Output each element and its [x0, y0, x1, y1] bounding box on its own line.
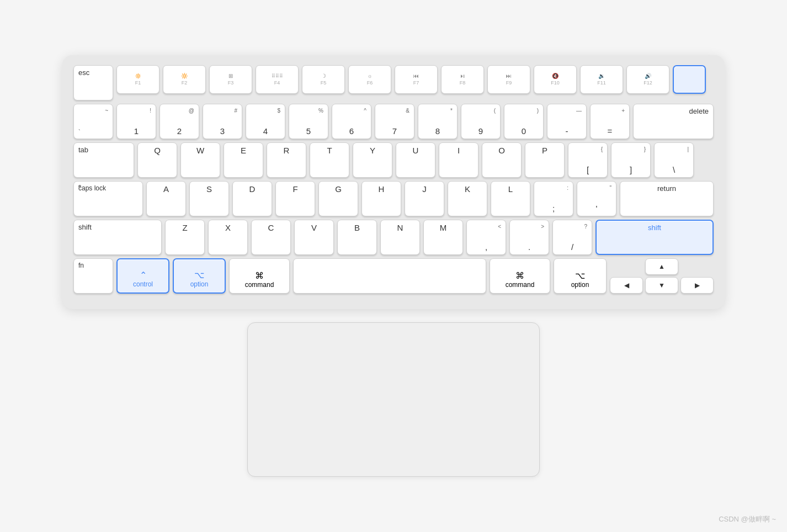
- key-return[interactable]: return: [620, 181, 714, 216]
- key-x[interactable]: X: [208, 220, 248, 255]
- key-shift-right[interactable]: shift: [595, 220, 714, 255]
- key-g[interactable]: G: [318, 181, 358, 216]
- key-f11[interactable]: 🔉 F11: [580, 65, 623, 94]
- key-l[interactable]: L: [491, 181, 530, 216]
- key-r[interactable]: R: [267, 142, 306, 178]
- keyboard: esc 🔅 F1 🔆 F2 ⊞ F3 ⠿⠿⠿ F4 ☽ F5 ☼ F6 ⏮ F7: [62, 55, 725, 309]
- key-power[interactable]: [673, 65, 706, 94]
- key-k[interactable]: K: [448, 181, 487, 216]
- key-b[interactable]: B: [337, 220, 377, 255]
- key-h[interactable]: H: [361, 181, 401, 216]
- key-j[interactable]: J: [405, 181, 444, 216]
- asdf-row: caps lock A S D F G H J K L : ; " ' retu…: [73, 181, 714, 216]
- key-capslock[interactable]: caps lock: [73, 181, 143, 216]
- key-f8[interactable]: ⏯ F8: [441, 65, 484, 94]
- key-2[interactable]: @ 2: [159, 104, 199, 139]
- key-y[interactable]: Y: [353, 142, 392, 178]
- key-n[interactable]: N: [380, 220, 420, 255]
- key-4[interactable]: $ 4: [246, 104, 285, 139]
- key-c[interactable]: C: [251, 220, 291, 255]
- key-backtick[interactable]: ~ `: [73, 104, 113, 139]
- key-u[interactable]: U: [396, 142, 435, 178]
- key-comma[interactable]: < ,: [466, 220, 506, 255]
- key-q[interactable]: Q: [137, 142, 177, 178]
- key-slash[interactable]: ? /: [552, 220, 592, 255]
- key-lbracket[interactable]: { [: [568, 142, 608, 178]
- key-equals[interactable]: + =: [590, 104, 630, 139]
- key-backslash[interactable]: | \: [654, 142, 694, 178]
- key-i[interactable]: I: [439, 142, 478, 178]
- key-quote[interactable]: " ': [577, 181, 616, 216]
- key-command-right[interactable]: ⌘ command: [490, 258, 550, 294]
- key-option-left[interactable]: ⌥ option: [173, 258, 226, 294]
- key-arrow-left[interactable]: ◀: [610, 277, 643, 294]
- bottom-row: fn ⌃ control ⌥ option ⌘ command ⌘ comman…: [73, 258, 714, 294]
- key-shift-left[interactable]: shift: [73, 220, 162, 255]
- key-v[interactable]: V: [294, 220, 334, 255]
- key-f[interactable]: F: [275, 181, 315, 216]
- key-f12[interactable]: 🔊 F12: [626, 65, 669, 94]
- qwerty-row: tab Q W E R T Y U I O P { [ } ] | \: [73, 142, 714, 178]
- key-t[interactable]: T: [310, 142, 349, 178]
- key-arrow-down[interactable]: ▼: [645, 277, 678, 294]
- key-0[interactable]: ) 0: [504, 104, 544, 139]
- key-f10[interactable]: 🔇 F10: [534, 65, 577, 94]
- key-f5[interactable]: ☽ F5: [302, 65, 345, 94]
- key-3[interactable]: # 3: [203, 104, 242, 139]
- key-semicolon[interactable]: : ;: [534, 181, 573, 216]
- key-p[interactable]: P: [525, 142, 565, 178]
- key-a[interactable]: A: [146, 181, 186, 216]
- key-o[interactable]: O: [482, 142, 522, 178]
- zxcv-row: shift Z X C V B N M < , > . ? / shift: [73, 220, 714, 255]
- key-f6[interactable]: ☼ F6: [348, 65, 391, 94]
- key-fn[interactable]: fn: [73, 258, 113, 294]
- key-6[interactable]: ^ 6: [332, 104, 371, 139]
- key-f4[interactable]: ⠿⠿⠿ F4: [256, 65, 299, 94]
- key-e[interactable]: E: [224, 142, 263, 178]
- watermark: CSDN @做畔啊 ~: [719, 514, 776, 524]
- key-5[interactable]: % 5: [289, 104, 328, 139]
- key-control[interactable]: ⌃ control: [116, 258, 169, 294]
- key-f7[interactable]: ⏮ F7: [395, 65, 438, 94]
- key-z[interactable]: Z: [165, 220, 205, 255]
- key-tab[interactable]: tab: [73, 142, 134, 178]
- arrow-keys: ▲ ◀ ▼ ▶: [610, 258, 714, 294]
- key-delete[interactable]: delete: [633, 104, 714, 139]
- key-f9[interactable]: ⏭ F9: [487, 65, 530, 94]
- key-arrow-up[interactable]: ▲: [645, 258, 678, 275]
- key-1[interactable]: ! 1: [116, 104, 156, 139]
- number-row: ~ ` ! 1 @ 2 # 3 $ 4 % 5 ^ 6 & 7: [73, 104, 714, 139]
- key-7[interactable]: & 7: [375, 104, 414, 139]
- key-m[interactable]: M: [423, 220, 463, 255]
- key-8[interactable]: * 8: [418, 104, 458, 139]
- key-f2[interactable]: 🔆 F2: [163, 65, 206, 94]
- key-command-left[interactable]: ⌘ command: [229, 258, 290, 294]
- key-minus[interactable]: — -: [547, 104, 587, 139]
- key-f1[interactable]: 🔅 F1: [116, 65, 159, 94]
- key-arrow-right[interactable]: ▶: [680, 277, 714, 294]
- key-option-right[interactable]: ⌥ option: [554, 258, 607, 294]
- key-space[interactable]: [293, 258, 486, 294]
- key-9[interactable]: ( 9: [461, 104, 501, 139]
- key-period[interactable]: > .: [509, 220, 549, 255]
- fn-row: esc 🔅 F1 🔆 F2 ⊞ F3 ⠿⠿⠿ F4 ☽ F5 ☼ F6 ⏮ F7: [73, 65, 714, 100]
- key-s[interactable]: S: [189, 181, 229, 216]
- key-rbracket[interactable]: } ]: [611, 142, 651, 178]
- key-d[interactable]: D: [232, 181, 272, 216]
- key-w[interactable]: W: [180, 142, 220, 178]
- key-esc[interactable]: esc: [73, 65, 113, 100]
- key-f3[interactable]: ⊞ F3: [209, 65, 252, 94]
- touchpad[interactable]: [247, 322, 540, 477]
